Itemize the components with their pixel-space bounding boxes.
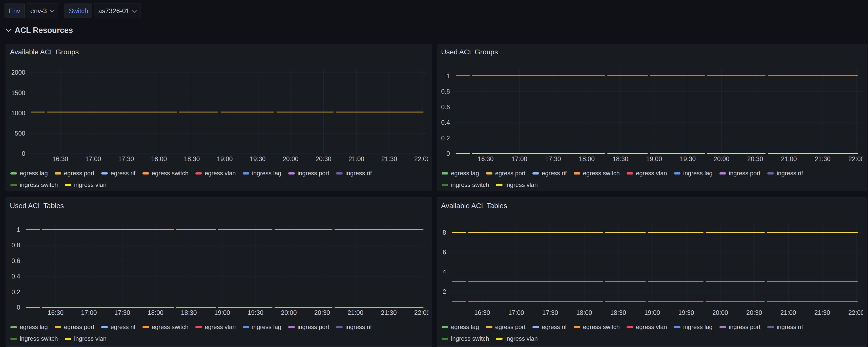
x-tick-label: 21:30 — [815, 155, 831, 162]
legend-swatch-icon — [574, 172, 580, 175]
legend-item-egress-port[interactable]: egress port — [55, 323, 94, 330]
x-tick-label: 17:00 — [512, 155, 527, 162]
x-axis-tick-labels: 16:3017:0017:3018:0018:3019:0019:3020:00… — [48, 309, 428, 316]
legend-item-ingress-rif[interactable]: ingress rif — [767, 170, 803, 177]
panel-title[interactable]: Available ACL Tables — [437, 198, 866, 210]
legend-item-ingress-vlan[interactable]: ingress vlan — [496, 181, 538, 188]
x-tick-label: 18:30 — [610, 309, 626, 316]
x-tick-label: 19:00 — [217, 155, 233, 162]
legend-item-egress-port[interactable]: egress port — [486, 170, 526, 177]
legend-item-egress-lag[interactable]: egress lag — [442, 170, 479, 177]
legend-item-egress-vlan[interactable]: egress vlan — [195, 323, 236, 330]
legend-item-ingress-port[interactable]: ingress port — [719, 170, 761, 177]
time-series-chart[interactable]: 00.20.40.60.8116:3017:0017:3018:0018:301… — [10, 210, 428, 321]
panel-legend: egress lagegress portegress rifegress sw… — [437, 321, 866, 344]
legend-label: ingress port — [298, 323, 329, 330]
switch-variable-group: Switch as7326-01 — [65, 4, 141, 18]
x-tick-label: 20:30 — [316, 155, 332, 162]
legend-swatch-icon — [101, 326, 108, 328]
legend-label: egress rif — [111, 323, 136, 330]
series-lines — [26, 230, 423, 307]
y-tick-label: 0 — [22, 150, 25, 157]
x-tick-label: 20:30 — [314, 309, 330, 316]
x-tick-label: 19:00 — [646, 155, 662, 162]
legend-item-ingress-lag[interactable]: ingress lag — [243, 323, 281, 330]
panel-title[interactable]: Available ACL Groups — [6, 44, 432, 56]
legend-item-egress-lag[interactable]: egress lag — [10, 170, 48, 177]
y-tick-label: 6 — [443, 249, 446, 256]
legend-item-egress-lag[interactable]: egress lag — [10, 323, 48, 330]
legend-item-egress-vlan[interactable]: egress vlan — [627, 323, 667, 330]
x-tick-label: 21:30 — [381, 309, 397, 316]
legend-item-ingress-switch[interactable]: ingress switch — [10, 335, 58, 342]
legend-item-ingress-vlan[interactable]: ingress vlan — [65, 181, 106, 188]
legend-label: egress lag — [451, 170, 479, 177]
y-tick-label: 0 — [446, 150, 450, 157]
legend-item-egress-switch[interactable]: egress switch — [574, 170, 620, 177]
chevron-down-icon — [50, 8, 54, 12]
legend-item-egress-rif[interactable]: egress rif — [532, 323, 567, 330]
legend-item-ingress-rif[interactable]: ingress rif — [336, 170, 372, 177]
legend-item-ingress-rif[interactable]: ingress rif — [767, 323, 803, 330]
legend-item-ingress-port[interactable]: ingress port — [719, 323, 761, 330]
time-series-chart[interactable]: 00.20.40.60.8116:3017:0017:3018:0018:301… — [441, 56, 863, 167]
x-tick-label: 16:30 — [474, 309, 490, 316]
panel-used-acl-tables: Used ACL Tables 00.20.40.60.8116:3017:00… — [6, 197, 432, 347]
panel-title[interactable]: Used ACL Groups — [437, 44, 866, 56]
legend-item-ingress-vlan[interactable]: ingress vlan — [496, 335, 538, 342]
legend-row: ingress switchingress vlan — [10, 333, 432, 344]
legend-item-egress-rif[interactable]: egress rif — [532, 170, 567, 177]
env-variable-dropdown[interactable]: env-3 — [26, 4, 58, 18]
legend-item-ingress-switch[interactable]: ingress switch — [442, 335, 489, 342]
legend-swatch-icon — [442, 326, 448, 328]
legend-swatch-icon — [627, 326, 633, 328]
legend-item-egress-switch[interactable]: egress switch — [143, 170, 189, 177]
legend-swatch-icon — [55, 172, 61, 175]
legend-item-egress-vlan[interactable]: egress vlan — [627, 170, 667, 177]
legend-item-ingress-port[interactable]: ingress port — [288, 170, 329, 177]
legend-item-egress-switch[interactable]: egress switch — [143, 323, 189, 330]
time-series-chart[interactable]: 050010001500200016:3017:0017:3018:0018:3… — [10, 56, 428, 167]
legend-label: ingress vlan — [505, 335, 538, 342]
x-tick-label: 17:00 — [508, 309, 524, 316]
legend-row: egress lagegress portegress rifegress sw… — [10, 321, 432, 333]
legend-item-egress-port[interactable]: egress port — [55, 170, 94, 177]
section-title: ACL Resources — [15, 26, 73, 35]
legend-swatch-icon — [195, 172, 202, 175]
legend-item-egress-switch[interactable]: egress switch — [574, 323, 620, 330]
legend-item-egress-rif[interactable]: egress rif — [101, 170, 136, 177]
legend-label: ingress port — [298, 170, 329, 177]
switch-variable-value: as7326-01 — [98, 7, 129, 15]
legend-label: egress rif — [111, 170, 136, 177]
legend-item-egress-rif[interactable]: egress rif — [101, 323, 136, 330]
legend-item-ingress-lag[interactable]: ingress lag — [674, 170, 713, 177]
legend-label: egress port — [64, 323, 94, 330]
legend-row: egress lagegress portegress rifegress sw… — [10, 167, 432, 179]
y-tick-label: 0.6 — [11, 257, 20, 264]
legend-swatch-icon — [719, 172, 726, 175]
legend-item-egress-lag[interactable]: egress lag — [442, 323, 479, 330]
y-tick-label: 8 — [443, 229, 446, 236]
y-tick-label: 0.2 — [11, 288, 20, 295]
legend-item-ingress-switch[interactable]: ingress switch — [442, 181, 489, 188]
legend-item-egress-port[interactable]: egress port — [486, 323, 526, 330]
legend-item-egress-vlan[interactable]: egress vlan — [195, 170, 236, 177]
legend-swatch-icon — [10, 338, 17, 340]
env-variable-group: Env env-3 — [5, 4, 58, 18]
legend-item-ingress-lag[interactable]: ingress lag — [674, 323, 713, 330]
legend-label: egress switch — [583, 323, 620, 330]
legend-item-ingress-rif[interactable]: ingress rif — [336, 323, 372, 330]
legend-item-ingress-vlan[interactable]: ingress vlan — [65, 335, 106, 342]
legend-label: egress switch — [583, 170, 620, 177]
time-series-chart[interactable]: 246816:3017:0017:3018:0018:3019:0019:302… — [441, 210, 863, 321]
legend-item-ingress-lag[interactable]: ingress lag — [243, 170, 281, 177]
panel-title[interactable]: Used ACL Tables — [6, 198, 432, 210]
legend-swatch-icon — [195, 326, 202, 328]
legend-item-ingress-port[interactable]: ingress port — [288, 323, 329, 330]
chart-grid — [454, 69, 862, 154]
x-tick-label: 21:00 — [347, 309, 363, 316]
section-header-acl-resources[interactable]: ACL Resources — [7, 26, 73, 35]
legend-label: egress port — [64, 170, 94, 177]
switch-variable-dropdown[interactable]: as7326-01 — [94, 4, 141, 18]
legend-item-ingress-switch[interactable]: ingress switch — [10, 181, 58, 188]
